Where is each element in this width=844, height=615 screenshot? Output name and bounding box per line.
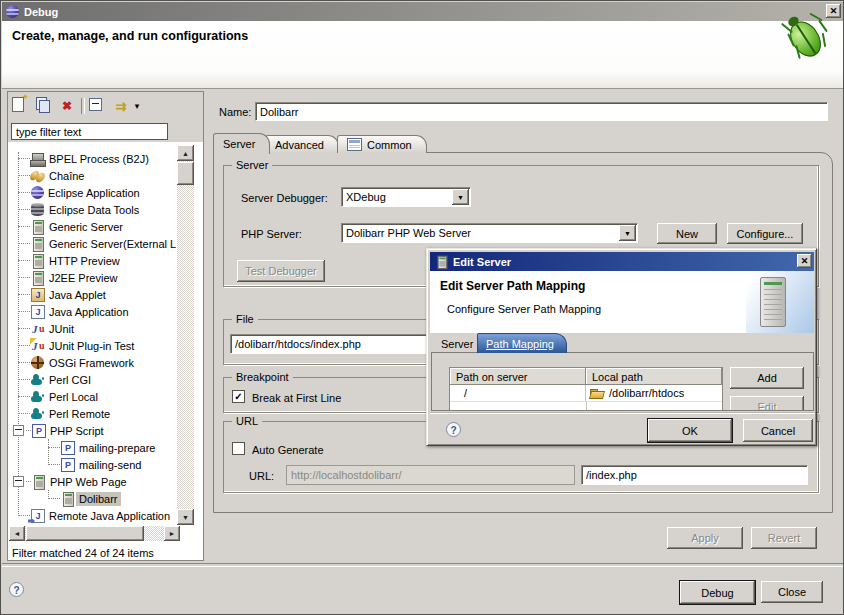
server-icon [30,219,46,235]
close-button[interactable]: Close [761,581,823,603]
dialog-button-bar: ? OK Cancel [430,412,815,445]
cancel-button[interactable]: Cancel [743,419,813,442]
tree-item-mailing-prepare[interactable]: Pmailing-prepare [8,439,176,456]
tree-item-label: JUnit [46,322,77,336]
filter-menu-caret-icon[interactable]: ▾ [132,96,142,116]
column-header-path-on-server[interactable]: Path on server [450,368,586,385]
table-row[interactable]: / /dolibarr/htdocs [450,385,722,402]
tree-item-label: J2EE Preview [46,271,120,285]
collapse-all-icon[interactable] [88,96,110,116]
tree-item-j2ee-preview[interactable]: J2EE Preview [8,269,176,286]
dialog-tab-content: Path on server Local path / /dolibarr/ht… [431,352,814,411]
new-configuration-icon[interactable] [12,96,34,116]
php-server-dropdown[interactable]: Dolibarr PHP Web Server ▼ [341,223,638,243]
tree-item-perl-local[interactable]: Perl Local [8,388,176,405]
tree-guide [18,192,30,194]
dialog-help-button[interactable]: ? [446,422,461,437]
server-debugger-value: XDebug [346,191,386,203]
url-path-input[interactable] [581,465,808,485]
button-label: OK [682,425,698,437]
delete-configuration-icon[interactable]: ✖ [56,96,78,116]
tree-item-java-application[interactable]: JJava Application [8,303,176,320]
java-remote-icon: J [30,508,46,524]
tree-guide [18,515,30,517]
tree-item-mailing-send[interactable]: Pmailing-send [8,456,176,473]
button-label: Add [757,372,777,384]
window-title: Debug [24,6,58,18]
tree-guide [18,396,30,398]
tree-item-dolibarr[interactable]: Dolibarr [8,490,176,507]
tab-advanced[interactable]: Advanced [265,135,339,153]
new-server-button[interactable]: New [657,223,717,244]
tab-label: Path Mapping [486,338,554,350]
tree-item-junit-plug-in-test[interactable]: JUnit Plug-in Test [8,337,176,354]
apply-button: Apply [667,527,743,549]
tab-server[interactable]: Server [213,133,270,154]
ok-button[interactable]: OK [648,419,732,442]
tree-guide [18,277,30,279]
tree-item-remote-java-application[interactable]: JRemote Java Application [8,507,176,524]
local-path-cell: /dolibarr/htdocs [586,385,722,402]
duplicate-configuration-icon[interactable] [34,96,56,116]
tree-item-java-applet[interactable]: JJava Applet [8,286,176,303]
dialog-tab-path-mapping[interactable]: Path Mapping [477,333,567,353]
php-server-value: Dolibarr PHP Web Server [346,227,471,239]
dropdown-arrow-icon[interactable]: ▼ [452,189,469,205]
filter-icon[interactable]: ⇉ [110,96,132,116]
vertical-scroll-thumb[interactable] [177,162,194,185]
server-debugger-dropdown[interactable]: XDebug ▼ [341,187,471,207]
scroll-right-button[interactable]: ► [164,526,180,541]
tree-item-eclipse-data-tools[interactable]: Eclipse Data Tools [8,201,176,218]
add-mapping-button[interactable]: Add [730,367,804,389]
tree-item-http-preview[interactable]: HTTP Preview [8,252,176,269]
tree-item-label: mailing-send [76,458,144,472]
auto-generate-label: Auto Generate [252,444,324,456]
tree-item-perl-remote[interactable]: Perl Remote [8,405,176,422]
dialog-titlebar[interactable]: Edit Server ✕ [430,252,814,271]
scroll-left-button[interactable]: ◄ [9,526,25,541]
debug-button[interactable]: Debug [680,581,755,604]
tree-item-label: Eclipse Data Tools [46,203,142,217]
tree-guide [18,294,30,296]
tree-item-perl-cgi[interactable]: Perl CGI [8,371,176,388]
tree-item-php-script[interactable]: PPHP Script [8,422,176,439]
help-button[interactable]: ? [9,582,24,597]
bpel-icon [30,151,46,167]
tree-horizontal-scrollbar[interactable]: ◄ ► [9,526,180,541]
tree-vertical-scrollbar[interactable]: ▲ ▼ [177,145,194,525]
tree-item-generic-server[interactable]: Generic Server [8,218,176,235]
button-label: Apply [691,532,719,544]
configure-server-button[interactable]: Configure... [727,223,803,244]
tree-item-label: Chaîne [46,169,87,183]
button-label: Test Debugger [245,265,317,277]
toolbar-separator [81,98,85,114]
dialog-close-button[interactable]: ✕ [797,254,812,268]
window-titlebar[interactable]: Debug ✕ [2,2,843,21]
tree-item-osgi-framework[interactable]: OSGi Framework [8,354,176,371]
sphere-icon [31,186,44,199]
tree-item-generic-server-external-la[interactable]: Generic Server(External La [8,235,176,252]
auto-generate-checkbox[interactable] [232,442,245,455]
tab-common[interactable]: Common [337,135,427,153]
scroll-down-button[interactable]: ▼ [177,509,194,525]
dropdown-arrow-icon[interactable]: ▼ [619,225,636,241]
perl-icon [30,372,46,388]
tree-item-bpel-process-b2j[interactable]: BPEL Process (B2J) [8,150,176,167]
tree-item-php-web-page[interactable]: PHP Web Page [8,473,176,490]
tree-item-cha-ne[interactable]: Chaîne [8,167,176,184]
server-debugger-label: Server Debugger: [241,192,328,204]
tree-item-label: OSGi Framework [46,356,137,370]
tree-item-eclipse-application[interactable]: Eclipse Application [8,184,176,201]
tree-guide [18,328,30,330]
filter-input[interactable] [11,123,168,140]
scroll-up-button[interactable]: ▲ [177,145,194,161]
column-header-local-path[interactable]: Local path [586,368,722,385]
name-input[interactable] [255,102,828,121]
horizontal-scroll-thumb[interactable] [26,526,144,541]
break-first-line-checkbox[interactable]: ✓ [232,390,245,403]
revert-button: Revert [751,527,817,549]
collapse-expander-icon[interactable] [13,476,24,487]
tree-item-junit[interactable]: JUnit [8,320,176,337]
collapse-expander-icon[interactable] [13,425,24,436]
tree-guide [48,447,60,449]
